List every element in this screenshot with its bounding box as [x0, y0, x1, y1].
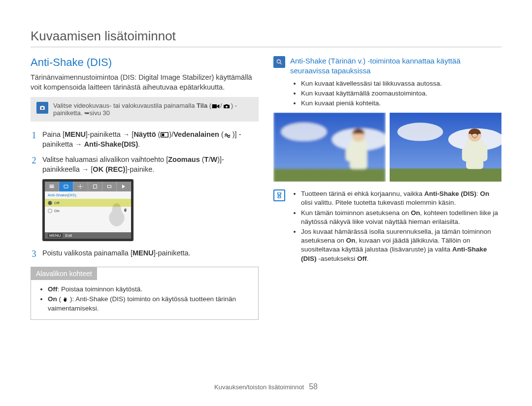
note-icon: [273, 189, 285, 201]
warning-item: Jos kuvaat hämärässä isolla suurennuksel…: [301, 227, 501, 263]
ghost-figure: [104, 201, 129, 228]
menu-tab-icon: [45, 182, 59, 191]
underwater-icon: [224, 132, 232, 138]
warning-list: Tuotteen tärinä ei ehkä korjaannu, vaikk…: [294, 189, 501, 264]
sub-item: Off: Poistaa toiminnon käytöstä.: [48, 285, 250, 294]
svg-rect-12: [273, 169, 386, 182]
step-text: Valitse haluamasi alivalikon vaihtoehto …: [42, 155, 259, 175]
mode-icon: [36, 102, 48, 114]
menu-screenshot: Anti-Shake(DIS) Off On MENU Exit: [42, 179, 133, 241]
step-1: 1Paina [MENU]-painiketta → [Näyttö ()/Ve…: [31, 129, 259, 150]
magnifier-icon: [273, 56, 285, 68]
mode-note-text: Valitse videokuvaus- tai valokuvaustila …: [53, 102, 253, 117]
video-icon: [212, 103, 220, 109]
menu-tab-settings-icon: [73, 182, 88, 191]
svg-point-23: [476, 133, 478, 135]
right-column: Anti-Shake (Tärinän v.) -toimintoa kanna…: [273, 56, 501, 320]
page-title: Kuvaamisen lisätoiminnot: [31, 29, 501, 47]
use-when-list: Kun kuvaat kävellessäsi tai liikkuvassa …: [294, 79, 501, 108]
intro-paragraph: Tärinänvaimennustoimintoa (DIS: Digital …: [31, 73, 259, 92]
sub-item: On (): Anti-Shake (DIS) toiminto on käyt…: [48, 295, 250, 313]
photo-icon: [223, 103, 231, 109]
example-photo-blurry: [273, 113, 386, 182]
sub-items-heading: Alavalikon kohteet: [31, 267, 97, 280]
warning-callout: Tuotteen tärinä ei ehkä korjaannu, vaikk…: [273, 189, 501, 264]
use-when-item: Kun kuvaat käyttämällä zoomaustoimintoa.: [301, 89, 501, 98]
svg-rect-0: [212, 104, 217, 108]
step-text: Poistu valikosta painamalla [MENU]-paini…: [42, 248, 191, 260]
svg-rect-3: [162, 134, 165, 136]
menu-tab-icon: [102, 182, 117, 191]
svg-rect-7: [107, 186, 111, 188]
svg-rect-25: [480, 145, 487, 161]
step-2: 2Valitse haluamasi alivalikon vaihtoehto…: [31, 155, 259, 175]
mode-note-box: Valitse videokuvaus- tai valokuvaustila …: [31, 97, 259, 122]
step-text: Paina [MENU]-painiketta → [Näyttö ()/Ved…: [42, 129, 259, 150]
svg-point-10: [281, 123, 327, 141]
svg-rect-24: [462, 147, 468, 161]
sub-items-list: Off: Poistaa toiminnon käytöstä.On (): A…: [41, 285, 250, 314]
menu-tab-icon: [88, 182, 102, 191]
left-column: Anti-Shake (DIS) Tärinänvaimennustoimint…: [31, 56, 259, 320]
use-when-heading: Anti-Shake (Tärinän v.) -toimintoa kanna…: [290, 56, 501, 76]
use-when-item: Kun kuvaat pieniä kohteita.: [301, 99, 501, 108]
menu-foot: MENU Exit: [45, 232, 131, 239]
section-heading: Anti-Shake (DIS): [31, 56, 259, 69]
step-number: 2: [31, 155, 37, 175]
sub-items-box: Alavalikon kohteet Off: Poistaa toiminno…: [31, 267, 259, 320]
page-number: 58: [309, 382, 318, 391]
svg-point-22: [471, 133, 472, 135]
menu-tab-icon: [117, 182, 131, 191]
example-photos: [273, 113, 501, 182]
step-3: 3Poistu valikosta painamalla [MENU]-pain…: [31, 248, 259, 260]
menu-head: Anti-Shake(DIS): [45, 191, 131, 199]
svg-rect-19: [390, 169, 502, 182]
hand-icon: [62, 297, 69, 303]
example-photo-sharp: [390, 113, 502, 182]
use-when-callout: Anti-Shake (Tärinän v.) -toimintoa kanna…: [273, 56, 501, 109]
svg-rect-6: [93, 185, 97, 188]
steps-list: 1Paina [MENU]-painiketta → [Näyttö ()/Ve…: [31, 129, 259, 260]
svg-rect-15: [346, 147, 353, 161]
warning-item: Kun tämän toiminnon asetuksena on On, ko…: [301, 209, 501, 226]
warning-item: Tuotteen tärinä ei ehkä korjaannu, vaikk…: [301, 189, 501, 207]
display-icon: [161, 132, 168, 138]
menu-tab-display-icon: [59, 182, 73, 191]
use-when-item: Kun kuvaat kävellessäsi tai liikkuvassa …: [301, 79, 501, 88]
svg-rect-4: [64, 185, 68, 188]
step-number: 1: [31, 129, 37, 150]
svg-point-17: [397, 123, 443, 141]
svg-point-1: [226, 105, 228, 107]
footer-label: Kuvauksen/toiston lisätoiminnot: [214, 383, 304, 391]
step-number: 3: [31, 248, 37, 260]
svg-point-5: [80, 186, 81, 187]
footer: Kuvauksen/toiston lisätoiminnot 58: [0, 382, 532, 391]
two-column-layout: Anti-Shake (DIS) Tärinänvaimennustoimint…: [31, 56, 501, 320]
